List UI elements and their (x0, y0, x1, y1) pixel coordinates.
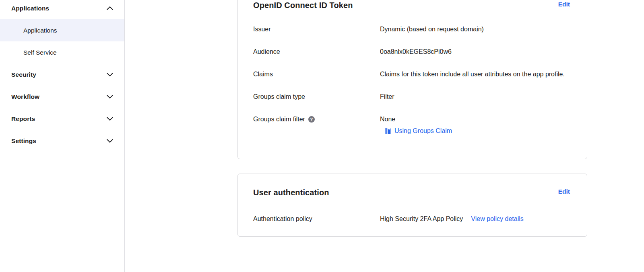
sidebar-nav: Applications Applications Self Service S… (0, 0, 124, 152)
sidebar-section-reports[interactable]: Reports (0, 108, 124, 130)
card-header: OpenID Connect ID Token Edit (253, 0, 570, 10)
field-row-groups-claim-type: Groups claim type Filter (253, 93, 570, 100)
sidebar-section-label: Security (11, 71, 36, 78)
edit-user-authentication-button[interactable]: Edit (558, 188, 570, 195)
field-value: Claims for this token include all user a… (380, 69, 565, 80)
sidebar-section-label: Settings (11, 137, 36, 145)
help-icon[interactable]: ? (308, 116, 315, 123)
field-label: Authentication policy (253, 215, 380, 223)
card-title: OpenID Connect ID Token (253, 0, 353, 10)
chevron-down-icon (107, 139, 113, 143)
sidebar-section-applications[interactable]: Applications (0, 0, 124, 19)
field-value-group: None Using Groups Claim (380, 116, 452, 135)
sidebar-item-applications[interactable]: Applications (0, 19, 124, 41)
chevron-down-icon (107, 117, 113, 121)
card-header: User authentication Edit (253, 188, 570, 197)
oidc-id-token-card: OpenID Connect ID Token Edit Issuer Dyna… (237, 0, 587, 159)
card-title: User authentication (253, 188, 329, 197)
doc-link-label: Using Groups Claim (394, 127, 452, 135)
edit-oidc-button[interactable]: Edit (558, 0, 570, 8)
chevron-up-icon (107, 6, 113, 10)
field-row-authentication-policy: Authentication policy High Security 2FA … (253, 215, 570, 223)
sidebar-section-settings[interactable]: Settings (0, 130, 124, 152)
field-row-issuer: Issuer Dynamic (based on request domain) (253, 26, 570, 33)
book-icon (385, 128, 391, 134)
using-groups-claim-link[interactable]: Using Groups Claim (385, 127, 452, 135)
field-label: Audience (253, 48, 380, 55)
field-row-audience: Audience 0oa8nlx0kEGES8cPi0w6 (253, 48, 570, 55)
chevron-down-icon (107, 73, 113, 76)
field-label: Claims (253, 71, 380, 78)
field-value: Dynamic (based on request domain) (380, 26, 484, 33)
sidebar-section-label: Applications (11, 5, 49, 12)
field-value: High Security 2FA App Policy (380, 215, 463, 222)
field-label: Groups claim filter ? (253, 116, 380, 123)
field-label: Groups claim type (253, 93, 380, 100)
chevron-down-icon (107, 95, 113, 98)
field-value: 0oa8nlx0kEGES8cPi0w6 (380, 48, 452, 55)
field-value-group: High Security 2FA App PolicyView policy … (380, 215, 524, 223)
field-row-groups-claim-filter: Groups claim filter ? None Using Groups … (253, 116, 570, 135)
field-value: None (380, 116, 452, 123)
user-authentication-card: User authentication Edit Authentication … (237, 174, 587, 237)
sidebar-section-workflow[interactable]: Workflow (0, 86, 124, 108)
sidebar: Applications Applications Self Service S… (0, 0, 125, 272)
sidebar-section-security[interactable]: Security (0, 63, 124, 86)
field-value: Filter (380, 93, 394, 100)
sidebar-section-label: Reports (11, 115, 35, 123)
sidebar-section-label: Workflow (11, 93, 39, 100)
view-policy-details-link[interactable]: View policy details (471, 215, 523, 222)
field-row-claims: Claims Claims for this token include all… (253, 71, 570, 78)
sidebar-item-label: Self Service (23, 49, 57, 56)
field-label: Issuer (253, 26, 380, 33)
main-content: OpenID Connect ID Token Edit Issuer Dyna… (125, 0, 644, 272)
sidebar-item-label: Applications (23, 27, 57, 34)
sidebar-item-self-service[interactable]: Self Service (0, 41, 124, 63)
